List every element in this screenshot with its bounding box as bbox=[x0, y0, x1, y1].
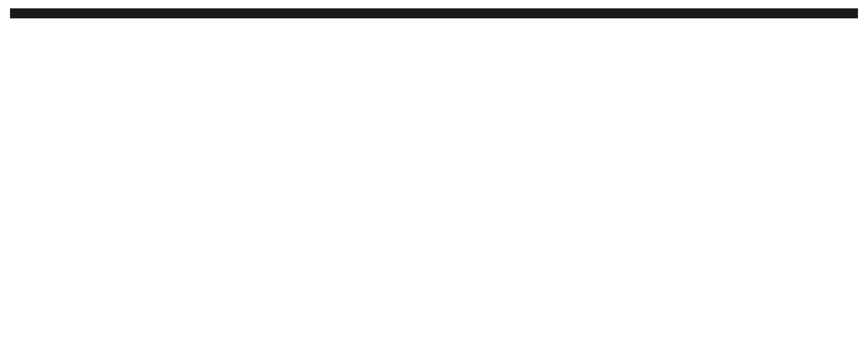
cms-bar bbox=[10, 8, 858, 18]
page-title bbox=[0, 0, 868, 8]
